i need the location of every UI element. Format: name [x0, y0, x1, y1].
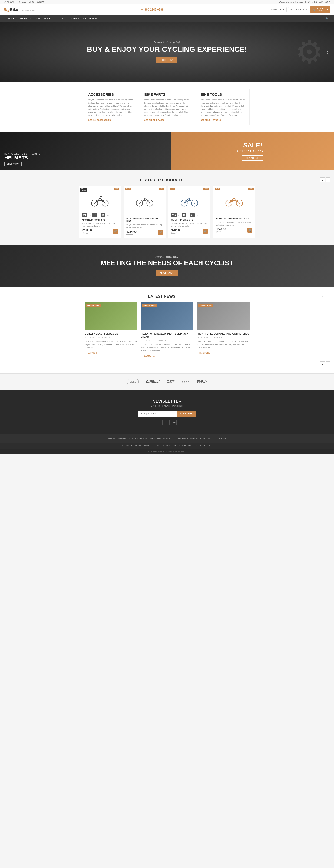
news-nav: ‹ › [320, 294, 331, 299]
topbar-account[interactable]: MY ACCOUNT [3, 1, 16, 3]
category-accessories-link[interactable]: SEE ALL ACCESSORIES [88, 119, 134, 121]
wishlist-button[interactable]: ♡ WISHLIST ▾ [269, 7, 287, 12]
news-1-comments: 1 COMMENTS [98, 337, 110, 339]
news-bottom-prev-button[interactable]: ‹ [320, 362, 325, 366]
topbar-links: MY ACCOUNT SITEMAP BLOG CONTACT [3, 1, 46, 3]
sale-view-button[interactable]: VIEW ALL SALE [242, 155, 263, 161]
social-gplus-icon[interactable]: G+ [172, 420, 176, 425]
news-2-read-more-button[interactable]: READ MORE ▾ [141, 354, 157, 358]
news-3-meta: OCT 15, 2014 | 0 COMMENTS [197, 337, 249, 339]
product-4-cart-button[interactable]: 🛒 [247, 228, 253, 232]
product-1-cart-button[interactable]: 🛒 [113, 229, 118, 234]
brand-cinelli: cinelli [146, 379, 160, 383]
product-2-bike-svg [135, 193, 154, 207]
search-icon[interactable]: 🔍 [324, 15, 331, 22]
topbar-facebook[interactable]: f [305, 1, 306, 3]
product-2-price: $264.00 [126, 230, 137, 233]
featured-prev-button[interactable]: ‹ [320, 178, 325, 182]
footer-top-sellers[interactable]: TOP SELLERS [135, 437, 147, 439]
social-facebook-icon[interactable]: f [158, 420, 163, 425]
helmet-shop-button[interactable]: SHOP NOW › [4, 161, 22, 166]
nav-clothes[interactable]: CLOTHES [53, 16, 68, 22]
news-1-read-more-button[interactable]: READ MORE ▾ [85, 351, 101, 355]
news-2-title[interactable]: RESEARCH & DEVELOPMENT: BUILDING A DREAM [141, 333, 193, 339]
footer-contact-us[interactable]: CONTACT US [163, 437, 174, 439]
footer-new-products[interactable]: NEW PRODUCTS [119, 437, 133, 439]
svg-line-8 [95, 200, 100, 203]
product-3-badge: NEW [170, 187, 175, 190]
news-1-image: CLASSIC BIKES [85, 302, 137, 331]
product-2-discount: -20% [159, 187, 164, 190]
product-3-timer: 776 days 12 hrs 02 min [171, 213, 208, 217]
svg-line-37 [229, 200, 234, 203]
compare-button[interactable]: ⇄ COMPARE (0) ▾ [288, 7, 309, 12]
nav-bike-parts[interactable]: BIKE PARTS [16, 16, 34, 22]
topbar-currency[interactable]: USD [319, 1, 323, 3]
topbar-lang[interactable]: EN [314, 1, 317, 3]
topbar-sitemap[interactable]: SITEMAP [19, 1, 27, 3]
product-3-desc: Do you remember what it is like to be cr… [171, 222, 208, 227]
news-prev-button[interactable]: ‹ [320, 294, 325, 299]
chevron-down-icon2: ▾ [306, 8, 307, 11]
footer-terms[interactable]: TERMS AND CONDITIONS OF USE [176, 437, 205, 439]
footer-about-us[interactable]: ABOUT US [207, 437, 216, 439]
brand-surly: SURLY [197, 380, 207, 383]
cta-shop-button[interactable]: SHOP NOW › [156, 270, 178, 276]
topbar-twitter[interactable]: t [312, 1, 312, 3]
news-2-desc: Thousands of people dream of having thei… [141, 343, 193, 352]
footer-addresses[interactable]: MY ADDRESSES [179, 445, 193, 447]
brand-cst: CST [167, 379, 174, 384]
footer-credit-slips[interactable]: MY CREDIT SLIPS [162, 445, 177, 447]
product-4-badge: NEW [215, 187, 220, 190]
topbar-login[interactable]: LOGIN [325, 1, 331, 3]
product-1-bike-svg [90, 193, 109, 207]
social-twitter-icon[interactable]: t [165, 420, 170, 425]
footer-specials[interactable]: SPECIALS [108, 437, 116, 439]
footer-my-orders[interactable]: MY ORDERS [122, 445, 133, 447]
news-1-title[interactable]: E-BIKE: A BEAUTIFUL DESIGN [85, 333, 137, 336]
nav-bikes[interactable]: BIKES ▾ [3, 16, 16, 22]
featured-next-button[interactable]: › [326, 178, 331, 182]
category-accessories-title: ACCESSORIES [88, 93, 134, 97]
brand-unknown: ✦✦✦✦ [181, 380, 190, 383]
footer-sitemap[interactable]: SITEMAP [219, 437, 226, 439]
product-3-image [171, 189, 208, 212]
cart-button[interactable]: 🛒 MY CART 0 Products ▾ [310, 6, 331, 13]
logo[interactable]: Big Bike 7 days a week support [3, 7, 35, 12]
category-bike-parts-desc: Do you remember what it is like to be cr… [144, 98, 190, 117]
hero-cta-button[interactable]: SHOP NOW [156, 57, 177, 63]
product-3-cart-button[interactable]: 🛒 [203, 229, 208, 234]
news-next-button[interactable]: › [326, 294, 331, 299]
nav-hooks[interactable]: HOOKS AND HANDLEBARS [68, 16, 100, 22]
newsletter-section: NEWSLETTER Get the latest news delivered… [0, 390, 334, 434]
category-bike-parts-link[interactable]: SEE ALL BIKE PARTS [144, 119, 190, 121]
news-3-desc: Butte is the most popular bull post in t… [197, 340, 249, 349]
topbar-contact[interactable]: CONTACT [36, 1, 46, 3]
product-4-timer-spacer [216, 213, 253, 218]
product-3-bike-svg [180, 193, 199, 207]
nav-bike-tools[interactable]: BIKE TOOLS ▾ [34, 16, 53, 22]
topbar-blog[interactable]: BLOG [29, 1, 34, 3]
category-bike-tools-link[interactable]: SEE ALL BIKE TOOLS [201, 119, 246, 121]
cta-title: MEETING THE NEEDS OF EACH CYCLIST [101, 259, 233, 267]
news-bottom-next-button[interactable]: › [326, 362, 331, 366]
hero-content: Passionate about cycling? BUY & ENJOY YO… [87, 41, 247, 63]
products-grid: NEWSALE! -10% 807 [3, 186, 331, 238]
footer-links-section: SPECIALS NEW PRODUCTS TOP SELLERS OUR ST… [0, 434, 334, 443]
product-2-cart-button[interactable]: 🛒 [158, 230, 163, 235]
footer-returns[interactable]: MY MERCHANDISE RETURNS [135, 445, 160, 447]
hero-next-arrow[interactable]: › [327, 48, 329, 56]
newsletter-email-input[interactable] [138, 411, 176, 416]
compare-icon: ⇄ [290, 8, 292, 11]
phone-display: ☎ 800-2345-6789 [141, 8, 164, 11]
footer-personal-info[interactable]: MY PERSONAL INFO [195, 445, 212, 447]
product-card-3: NEW -20% 776 days 12 hrs [168, 186, 210, 238]
newsletter-subscribe-button[interactable]: SUBSCRIBE [176, 411, 196, 416]
footer-our-stories[interactable]: OUR STORIES [149, 437, 161, 439]
topbar-gplus[interactable]: G+ [307, 1, 310, 3]
news-title: LATEST NEWS [3, 294, 320, 299]
news-bottom-nav: ‹ › [3, 362, 331, 366]
news-3-read-more-button[interactable]: READ MORE ▾ [197, 351, 213, 355]
category-bike-tools-title: BIKE TOOLS [201, 93, 246, 97]
news-3-title[interactable]: FRONT FORKS DESIGN APPROVED: PICTURES [197, 333, 249, 336]
